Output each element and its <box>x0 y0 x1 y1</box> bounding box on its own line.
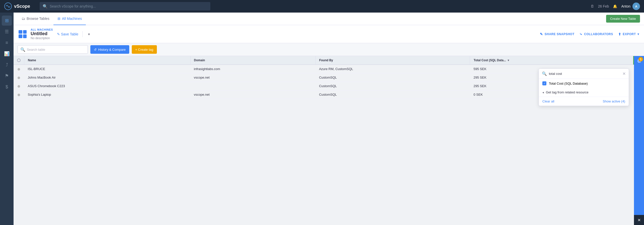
table-meta: ALL MACHINES Untitled No description <box>31 28 53 40</box>
table-grid-icon <box>19 30 27 38</box>
cell-found-by-1: Azure RM, CustomSQL <box>315 65 470 73</box>
row-indicator-1 <box>14 65 24 73</box>
export-icon: ⬆ <box>618 32 621 36</box>
username-label: Anton <box>621 4 630 8</box>
col-header-checkbox[interactable] <box>14 56 24 65</box>
table-search-input[interactable] <box>27 48 85 51</box>
table-search-wrap[interactable]: 🔍 <box>18 45 88 54</box>
toolbar: 🔍 ↺ History & Compare + Create tag <box>14 43 644 56</box>
filter-badge: 1 <box>638 57 643 62</box>
collaborators-button[interactable]: ⤷ COLLABORATORS <box>579 32 613 36</box>
sidebar: ⊞ ☰ ≡ 📊 ⤴ ⚑ $ <box>0 13 14 225</box>
dropdown-item-total-cost[interactable]: Total Cost (SQL Database) <box>539 79 629 88</box>
row-indicator-2 <box>14 73 24 82</box>
dropdown-footer: Clear all Show active (4) <box>539 97 629 106</box>
right-panel-close[interactable]: ✕ <box>634 215 644 225</box>
date-display: 26 Feb <box>598 4 609 8</box>
global-search-input[interactable] <box>50 4 207 8</box>
history-icon: ↺ <box>94 48 97 51</box>
cell-found-by-4: CustomSQL <box>315 90 470 99</box>
col-header-found-by[interactable]: Found By <box>315 56 470 65</box>
export-chevron-icon: ▾ <box>637 32 639 36</box>
create-tag-button[interactable]: + Create tag <box>132 45 157 54</box>
top-nav: vScope 🔍 🗓 26 Feb 🔔 Anton A <box>0 0 644 13</box>
cell-found-by-3: CustomSQL <box>315 82 470 90</box>
user-menu[interactable]: Anton A <box>621 3 640 10</box>
dropdown-clear-icon[interactable]: ✕ <box>622 71 626 76</box>
column-filter-dropdown: 🔍 ✕ Total Cost (SQL Database) ◂ Get tag … <box>539 69 629 106</box>
calendar-icon: 🗓 <box>591 4 594 8</box>
table-description: No description <box>31 36 53 40</box>
sidebar-item-flag[interactable]: ⚑ <box>2 71 12 81</box>
table-options-button[interactable]: ▾ <box>87 31 91 37</box>
folder-icon: 🗂 <box>22 17 25 21</box>
tab-bar: 🗂 Browse Tables ⊞ All Machines Create Ne… <box>14 13 644 25</box>
cell-domain-4: vscope.net <box>190 90 315 99</box>
save-table-button[interactable]: ✎ Save Table <box>57 32 78 36</box>
header-actions: ✎ SHARE SNAPSHOT ⤷ COLLABORATORS ⬆ EXPOR… <box>540 32 639 36</box>
table-category: ALL MACHINES <box>31 28 53 31</box>
share-snapshot-button[interactable]: ✎ SHARE SNAPSHOT <box>540 32 574 36</box>
row-indicator-3 <box>14 82 24 90</box>
cell-name-2: Johns MacBook Air <box>24 73 190 82</box>
sidebar-item-text[interactable]: ≡ <box>2 38 12 48</box>
cell-domain-2: vscope.net <box>190 73 315 82</box>
save-icon: ✎ <box>57 32 60 36</box>
sidebar-item-dollar[interactable]: $ <box>2 82 12 92</box>
sidebar-item-table[interactable]: ☰ <box>2 27 12 37</box>
dropdown-item-label: Total Cost (SQL Database) <box>549 82 588 85</box>
sidebar-item-grid[interactable]: ⊞ <box>2 16 12 26</box>
dropdown-search-icon: 🔍 <box>542 71 547 76</box>
history-compare-button[interactable]: ↺ History & Compare <box>90 45 129 54</box>
tabbar-right: Create New Table <box>606 15 640 23</box>
filter-panel-toggle[interactable]: ⧉ 1 <box>634 56 644 225</box>
col-header-name[interactable]: Name <box>24 56 190 65</box>
close-icon: ✕ <box>637 218 641 222</box>
table-name: Untitled <box>31 31 53 36</box>
export-button[interactable]: ⬆ EXPORT ▾ <box>618 32 639 36</box>
global-search[interactable]: 🔍 <box>40 2 210 11</box>
col-header-total-cost[interactable]: Total Cost (SQL Data... ▼ <box>470 56 633 65</box>
show-active-button[interactable]: Show active (4) <box>603 99 625 103</box>
col-header-domain[interactable]: Domain <box>190 56 315 65</box>
logo: vScope <box>4 2 37 10</box>
dropdown-item-related-resource[interactable]: ◂ Get tag from related resource <box>539 88 629 97</box>
table-header-row: Name Domain Found By Total Cost (SQL Dat… <box>14 56 644 65</box>
avatar: A <box>632 3 640 10</box>
related-resource-label: Get tag from related resource <box>546 90 589 94</box>
checkbox-total-cost[interactable] <box>542 81 546 85</box>
search-icon: 🔍 <box>20 47 25 52</box>
chevron-left-icon: ◂ <box>542 91 544 94</box>
cell-domain-1: infrasightlabs.com <box>190 65 315 73</box>
search-icon: 🔍 <box>43 4 48 9</box>
cell-name-1: ISL-BRUCE <box>24 65 190 73</box>
dropdown-search-wrap[interactable]: 🔍 ✕ <box>539 69 629 79</box>
sidebar-item-share[interactable]: ⤴ <box>2 60 12 70</box>
tab-browse-tables[interactable]: 🗂 Browse Tables <box>18 13 53 25</box>
data-table-wrap: Name Domain Found By Total Cost (SQL Dat… <box>14 56 644 225</box>
table-header: ALL MACHINES Untitled No description ✎ S… <box>14 25 644 43</box>
cell-domain-3 <box>190 82 315 90</box>
collaborators-icon: ⤷ <box>579 32 583 36</box>
tab-all-machines[interactable]: ⊞ All Machines <box>53 13 86 25</box>
sidebar-item-chart[interactable]: 📊 <box>2 49 12 59</box>
tab-all-machines-label: All Machines <box>62 17 82 21</box>
cell-found-by-2: CustomSQL <box>315 73 470 82</box>
row-indicator-4 <box>14 90 24 99</box>
dropdown-search-input[interactable] <box>549 72 620 76</box>
create-new-table-button[interactable]: Create New Table <box>606 15 640 23</box>
nav-right: 🗓 26 Feb 🔔 Anton A <box>591 3 640 10</box>
notification-icon[interactable]: 🔔 <box>613 4 617 8</box>
grid-icon: ⊞ <box>57 17 60 21</box>
clear-all-button[interactable]: Clear all <box>542 99 554 103</box>
cell-name-4: Sophia's Laptop <box>24 90 190 99</box>
tab-browse-label: Browse Tables <box>27 17 49 21</box>
sort-icon: ▼ <box>507 59 510 62</box>
divider <box>82 31 83 37</box>
share-icon: ✎ <box>540 32 543 36</box>
cell-name-3: ASUS Chromebook C223 <box>24 82 190 90</box>
